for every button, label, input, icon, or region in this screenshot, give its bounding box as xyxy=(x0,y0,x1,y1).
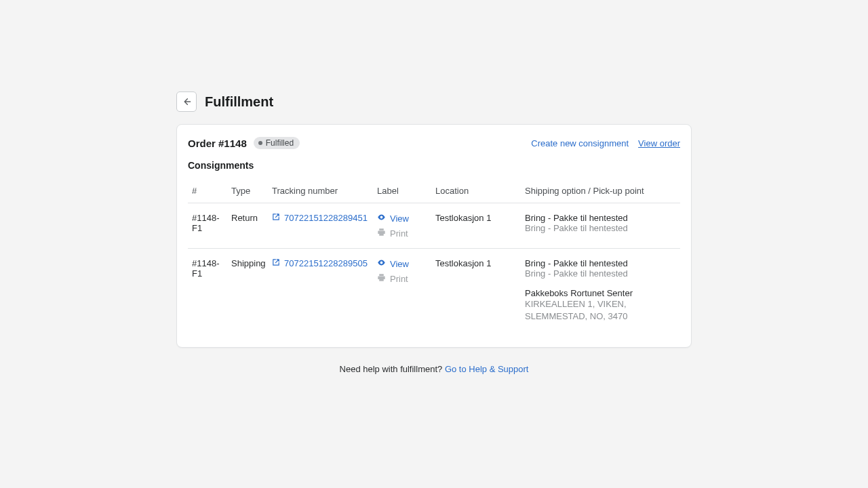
back-button[interactable] xyxy=(176,92,197,112)
section-title: Consignments xyxy=(188,160,680,171)
print-label-text: Print xyxy=(390,228,408,239)
col-id-header: # xyxy=(188,179,227,203)
cell-location: Testlokasjon 1 xyxy=(431,203,521,249)
cell-location: Testlokasjon 1 xyxy=(431,249,521,333)
status-dot-icon xyxy=(258,141,262,145)
table-header-row: # Type Tracking number Label Location Sh… xyxy=(188,179,680,203)
print-label-button[interactable]: Print xyxy=(377,228,427,239)
help-support-link[interactable]: Go to Help & Support xyxy=(445,364,529,374)
shipping-option: Bring - Pakke til hentested xyxy=(525,258,676,268)
col-type-header: Type xyxy=(227,179,268,203)
view-order-link[interactable]: View order xyxy=(638,138,680,148)
view-label-button[interactable]: View xyxy=(377,258,427,269)
create-consignment-link[interactable]: Create new consignment xyxy=(531,138,629,148)
col-shipping-header: Shipping option / Pick-up point xyxy=(521,179,680,203)
view-label-text: View xyxy=(390,214,409,224)
external-link-icon xyxy=(272,213,280,223)
arrow-left-icon xyxy=(182,97,191,106)
cell-label: ViewPrint xyxy=(373,249,431,333)
cell-type: Return xyxy=(227,203,268,249)
cell-shipping: Bring - Pakke til hentestedBring - Pakke… xyxy=(521,203,680,249)
cell-shipping: Bring - Pakke til hentestedBring - Pakke… xyxy=(521,249,680,333)
consignments-table: # Type Tracking number Label Location Sh… xyxy=(188,179,680,332)
card-header-left: Order #1148 Fulfilled xyxy=(188,137,300,149)
col-location-header: Location xyxy=(431,179,521,203)
shipping-option: Bring - Pakke til hentested xyxy=(525,213,676,223)
footer-text: Need help with fulfillment? xyxy=(340,364,445,374)
print-label-text: Print xyxy=(390,274,408,284)
page-title: Fulfillment xyxy=(205,94,273,110)
tracking-link[interactable]: 70722151228289505 xyxy=(272,258,368,268)
eye-icon xyxy=(377,258,386,269)
printer-icon xyxy=(377,228,386,239)
status-badge: Fulfilled xyxy=(254,137,300,149)
printer-icon xyxy=(377,273,386,284)
status-badge-label: Fulfilled xyxy=(266,138,294,148)
tracking-number: 70722151228289505 xyxy=(284,258,368,268)
table-row: #1148-F1Shipping70722151228289505ViewPri… xyxy=(188,249,680,333)
cell-type: Shipping xyxy=(227,249,268,333)
pickup-address: KIRKEALLEEN 1, VIKEN, SLEMMESTAD, NO, 34… xyxy=(525,298,676,323)
card-header-actions: Create new consignment View order xyxy=(531,138,680,148)
cell-tracking: 70722151228289505 xyxy=(268,249,373,333)
pickup-name: Pakkeboks Rortunet Senter xyxy=(525,288,676,298)
tracking-link[interactable]: 70722151228289451 xyxy=(272,213,368,223)
external-link-icon xyxy=(272,258,280,268)
view-label-text: View xyxy=(390,259,409,269)
page-container: Fulfillment Order #1148 Fulfilled Create… xyxy=(176,0,692,374)
page-header: Fulfillment xyxy=(176,92,692,112)
cell-tracking: 70722151228289451 xyxy=(268,203,373,249)
card-header: Order #1148 Fulfilled Create new consign… xyxy=(188,137,680,149)
shipping-sub: Bring - Pakke til hentested xyxy=(525,223,676,233)
col-label-header: Label xyxy=(373,179,431,203)
cell-label: ViewPrint xyxy=(373,203,431,249)
order-number: Order #1148 xyxy=(188,138,247,149)
tracking-number: 70722151228289451 xyxy=(284,213,368,223)
fulfillment-card: Order #1148 Fulfilled Create new consign… xyxy=(176,124,692,348)
view-label-button[interactable]: View xyxy=(377,213,427,224)
shipping-sub: Bring - Pakke til hentested xyxy=(525,268,676,279)
footer: Need help with fulfillment? Go to Help &… xyxy=(176,364,692,374)
cell-id: #1148-F1 xyxy=(188,249,227,333)
eye-icon xyxy=(377,213,386,224)
print-label-button[interactable]: Print xyxy=(377,273,427,284)
table-row: #1148-F1Return70722151228289451ViewPrint… xyxy=(188,203,680,249)
col-tracking-header: Tracking number xyxy=(268,179,373,203)
cell-id: #1148-F1 xyxy=(188,203,227,249)
